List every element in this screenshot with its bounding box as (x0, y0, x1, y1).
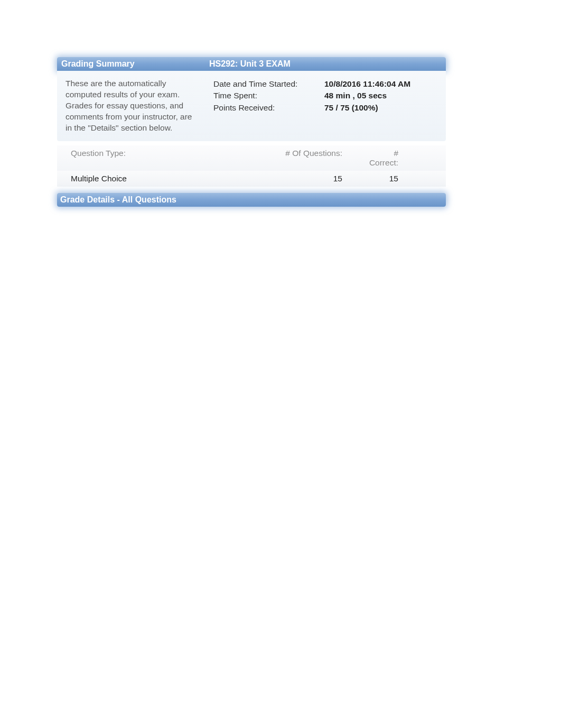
label-date-started: Date and Time Started: (213, 78, 324, 90)
grade-details-title: Grade Details - All Questions (60, 195, 176, 204)
label-time-spent: Time Spent: (213, 90, 324, 102)
table-row: Multiple Choice 15 15 (57, 171, 446, 187)
summary-stats: Date and Time Started: Time Spent: Point… (205, 71, 446, 141)
header-bar: Grading Summary HS292: Unit 3 EXAM (57, 57, 446, 71)
summary-labels: Date and Time Started: Time Spent: Point… (213, 78, 324, 134)
question-table: Question Type: # Of Questions: # Correct… (57, 145, 446, 187)
cell-num-questions: 15 (216, 174, 363, 183)
grading-summary-title: Grading Summary (61, 59, 209, 69)
grade-details-bar: Grade Details - All Questions (57, 193, 446, 207)
cell-question-type: Multiple Choice (57, 174, 216, 183)
label-points-received: Points Received: (213, 102, 324, 114)
grade-report-container: Grading Summary HS292: Unit 3 EXAM These… (57, 57, 446, 207)
header-num-correct: # Correct: (363, 149, 446, 168)
summary-values: 10/8/2016 11:46:04 AM 48 min , 05 secs 7… (324, 78, 437, 134)
header-num-questions: # Of Questions: (216, 149, 363, 168)
value-date-started: 10/8/2016 11:46:04 AM (324, 78, 437, 90)
exam-title: HS292: Unit 3 EXAM (209, 59, 442, 69)
value-points-received: 75 / 75 (100%) (324, 102, 437, 114)
summary-row: These are the automatically computed res… (57, 71, 446, 141)
cell-num-correct: 15 (363, 174, 446, 183)
summary-description: These are the automatically computed res… (57, 71, 205, 141)
value-time-spent: 48 min , 05 secs (324, 90, 437, 102)
table-header-row: Question Type: # Of Questions: # Correct… (57, 145, 446, 171)
header-question-type: Question Type: (57, 149, 216, 168)
